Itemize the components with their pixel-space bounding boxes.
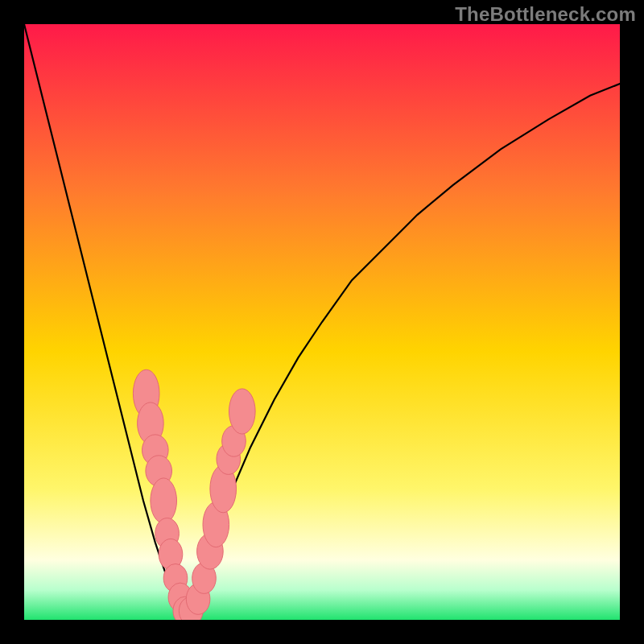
frame-border: TheBottleneck.com — [0, 0, 644, 644]
plot-area — [24, 24, 620, 620]
chart-svg — [24, 24, 620, 620]
data-dot — [229, 389, 256, 434]
data-dot — [151, 478, 177, 523]
watermark-text: TheBottleneck.com — [455, 3, 636, 26]
